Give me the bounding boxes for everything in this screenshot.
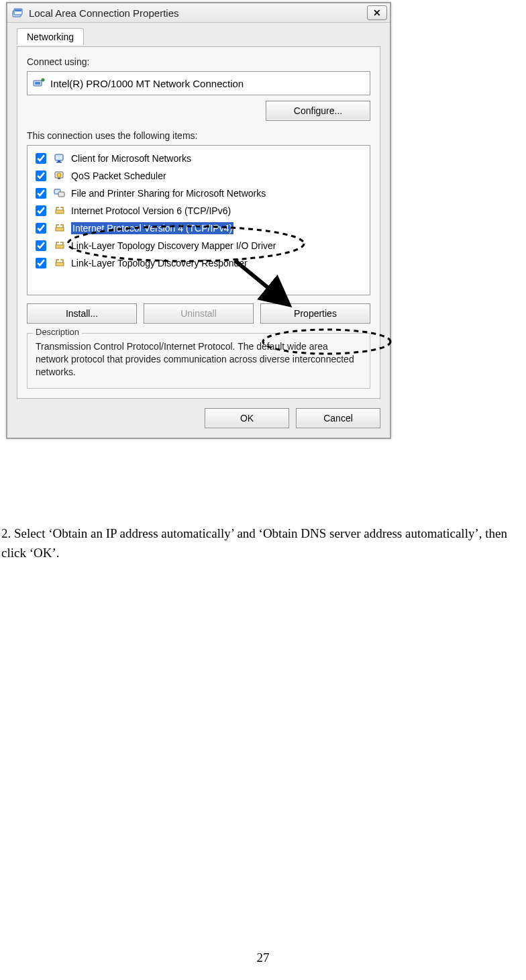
window-title: Local Area Connection Properties xyxy=(29,7,367,19)
item-label: File and Printer Sharing for Microsoft N… xyxy=(71,188,266,199)
tab-page-networking: Connect using: Intel(R) PRO/1000 MT Netw… xyxy=(17,46,380,399)
connect-using-label: Connect using: xyxy=(27,56,370,67)
proto-icon xyxy=(54,205,66,217)
svg-rect-8 xyxy=(56,162,62,163)
item-checkbox[interactable] xyxy=(36,223,46,234)
fps-icon xyxy=(54,187,66,199)
item-checkbox[interactable] xyxy=(36,188,46,199)
cancel-button[interactable]: Cancel xyxy=(296,408,380,428)
connection-items-list[interactable]: Client for Microsoft NetworksQoS Packet … xyxy=(27,145,370,295)
tab-strip: Networking xyxy=(17,28,380,47)
svg-rect-4 xyxy=(35,82,40,85)
proto-icon xyxy=(54,257,66,269)
window-icon xyxy=(11,6,25,19)
item-checkbox[interactable] xyxy=(36,205,46,216)
configure-button[interactable]: Configure... xyxy=(266,101,370,121)
title-bar[interactable]: Local Area Connection Properties ✕ xyxy=(7,3,390,23)
description-legend: Description xyxy=(33,327,82,337)
properties-dialog: Local Area Connection Properties ✕ Netwo… xyxy=(6,2,391,439)
tab-networking[interactable]: Networking xyxy=(17,28,84,45)
item-label: Internet Protocol Version 6 (TCP/IPv6) xyxy=(71,205,231,216)
item-checkbox[interactable] xyxy=(36,153,46,164)
list-item[interactable]: Client for Microsoft Networks xyxy=(30,150,367,167)
uninstall-button: Uninstall xyxy=(144,303,254,324)
item-label: QoS Packet Scheduler xyxy=(71,170,166,181)
proto-icon xyxy=(54,222,66,234)
svg-rect-16 xyxy=(56,245,64,248)
adapter-field[interactable]: Intel(R) PRO/1000 MT Network Connection xyxy=(27,71,370,95)
item-checkbox[interactable] xyxy=(36,258,46,268)
item-label: Internet Protocol Version 4 (TCP/IPv4) xyxy=(71,222,233,234)
svg-rect-6 xyxy=(55,154,63,160)
proto-icon xyxy=(54,240,66,252)
list-item[interactable]: File and Printer Sharing for Microsoft N… xyxy=(30,185,367,202)
description-group: Description Transmission Control Protoco… xyxy=(27,333,370,389)
svg-rect-15 xyxy=(56,228,64,231)
client-icon xyxy=(54,152,66,164)
list-item[interactable]: Internet Protocol Version 6 (TCP/IPv6) xyxy=(30,202,367,219)
close-icon: ✕ xyxy=(373,7,381,18)
properties-button[interactable]: Properties xyxy=(260,303,370,324)
svg-rect-2 xyxy=(15,9,21,11)
item-checkbox[interactable] xyxy=(36,240,46,251)
svg-rect-17 xyxy=(56,262,64,266)
items-label: This connection uses the following items… xyxy=(27,130,370,141)
svg-rect-11 xyxy=(58,178,60,179)
item-label: Link-Layer Topology Discovery Mapper I/O… xyxy=(71,240,276,251)
list-item[interactable]: QoS Packet Scheduler xyxy=(30,167,367,185)
qos-icon xyxy=(54,170,66,182)
page-number: 27 xyxy=(0,950,526,965)
close-button[interactable]: ✕ xyxy=(367,5,387,20)
item-checkbox[interactable] xyxy=(36,170,46,181)
network-adapter-icon xyxy=(33,77,45,89)
list-item[interactable]: Link-Layer Topology Discovery Mapper I/O… xyxy=(30,237,367,254)
list-item[interactable]: Internet Protocol Version 4 (TCP/IPv4) xyxy=(30,219,367,237)
item-label: Client for Microsoft Networks xyxy=(71,153,191,164)
svg-rect-7 xyxy=(58,160,60,162)
list-item[interactable]: Link-Layer Topology Discovery Responder xyxy=(30,254,367,272)
instruction-step-2: 2. Select ‘Obtain an IP address automati… xyxy=(0,524,526,563)
dialog-body: Networking Connect using: Intel(R) PRO/1… xyxy=(7,28,390,438)
install-button[interactable]: Install... xyxy=(27,303,137,324)
svg-rect-14 xyxy=(56,210,64,213)
svg-point-10 xyxy=(57,173,61,177)
svg-rect-13 xyxy=(58,192,64,197)
svg-point-5 xyxy=(42,79,44,81)
adapter-name: Intel(R) PRO/1000 MT Network Connection xyxy=(50,78,244,89)
description-text: Transmission Control Protocol/Internet P… xyxy=(36,340,362,379)
item-label: Link-Layer Topology Discovery Responder xyxy=(71,258,248,268)
ok-button[interactable]: OK xyxy=(205,408,289,428)
